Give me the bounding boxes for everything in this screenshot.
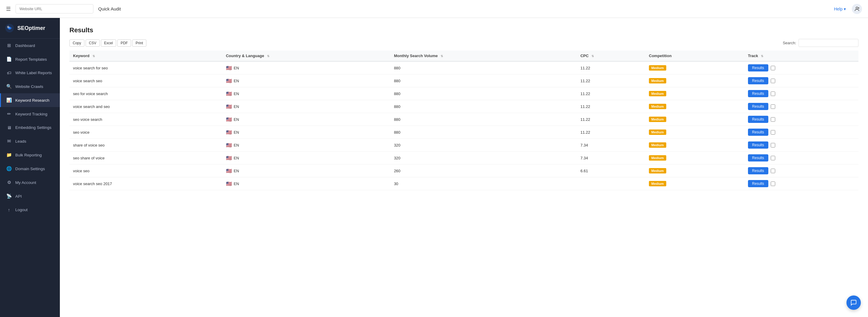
cell-competition-8: Medium [645, 165, 744, 177]
competition-badge-9: Medium [649, 181, 666, 186]
sidebar-item-bulk-reporting[interactable]: 📁 Bulk Reporting [0, 148, 60, 162]
csv-button[interactable]: CSV [86, 39, 100, 47]
cell-volume-9: 30 [390, 177, 577, 190]
flag-icon-8: 🇺🇸 [226, 168, 232, 174]
results-table: Keyword ⇅ Country & Language ⇅ Monthly S… [69, 50, 859, 190]
cell-track-2: Results [744, 87, 859, 100]
track-checkbox-4[interactable] [771, 117, 775, 122]
table-row: seo voice search 🇺🇸 EN 880 11.22 Medium … [69, 113, 859, 126]
sort-volume-icon[interactable]: ⇅ [441, 55, 443, 58]
cell-country-8: 🇺🇸 EN [222, 165, 391, 177]
sidebar-label-logout: Logout [15, 208, 28, 212]
sidebar-logo: SEOptimer [0, 18, 60, 39]
table-row: voice search for seo 🇺🇸 EN 880 11.22 Med… [69, 61, 859, 74]
cell-lang-0: EN [234, 66, 239, 70]
sort-keyword-icon[interactable]: ⇅ [92, 55, 95, 58]
results-button-0[interactable]: Results [748, 64, 768, 71]
sidebar-item-embedding-settings[interactable]: 🖥 Embedding Settings [0, 121, 60, 134]
sidebar-icon-keyword-research: 📊 [6, 98, 12, 103]
track-checkbox-0[interactable] [771, 66, 775, 70]
results-button-5[interactable]: Results [748, 129, 768, 136]
flag-icon-3: 🇺🇸 [226, 104, 232, 109]
cell-track-7: Results [744, 152, 859, 165]
track-checkbox-7[interactable] [771, 156, 775, 160]
cell-country-5: 🇺🇸 EN [222, 126, 391, 139]
search-container: Search: [783, 39, 859, 47]
sidebar-icon-white-label: 🏷 [6, 70, 12, 75]
sidebar-label-leads: Leads [15, 139, 26, 144]
track-checkbox-8[interactable] [771, 169, 775, 173]
cell-country-7: 🇺🇸 EN [222, 152, 391, 165]
url-input[interactable] [16, 4, 93, 13]
print-button[interactable]: Print [132, 39, 146, 47]
sort-track-icon[interactable]: ⇅ [761, 55, 763, 58]
sidebar-icon-dashboard: ⊞ [6, 43, 12, 48]
sidebar-item-leads[interactable]: ✉ Leads [0, 134, 60, 148]
cell-cpc-7: 7.34 [577, 152, 645, 165]
results-button-3[interactable]: Results [748, 103, 768, 110]
excel-button[interactable]: Excel [101, 39, 116, 47]
sidebar-item-keyword-tracking[interactable]: ✏ Keyword Tracking [0, 107, 60, 121]
sidebar-icon-report-templates: 📄 [6, 57, 12, 62]
user-avatar[interactable] [852, 4, 862, 14]
sidebar-item-keyword-research[interactable]: 📊 Keyword Research [0, 93, 60, 107]
help-button[interactable]: Help ▾ [834, 7, 846, 11]
cell-competition-9: Medium [645, 177, 744, 190]
cell-keyword-5: seo voice [69, 126, 222, 139]
flag-icon-1: 🇺🇸 [226, 78, 232, 84]
sidebar-item-api[interactable]: 📡 API [0, 189, 60, 203]
sidebar-item-white-label[interactable]: 🏷 White Label Reports [0, 66, 60, 79]
cell-volume-8: 260 [390, 165, 577, 177]
table-header: Keyword ⇅ Country & Language ⇅ Monthly S… [69, 50, 859, 61]
results-button-7[interactable]: Results [748, 154, 768, 162]
competition-badge-1: Medium [649, 78, 666, 83]
sidebar-item-dashboard[interactable]: ⊞ Dashboard [0, 39, 60, 52]
sort-cpc-icon[interactable]: ⇅ [591, 55, 594, 58]
search-input[interactable] [799, 39, 859, 47]
cell-track-3: Results [744, 100, 859, 113]
pdf-button[interactable]: PDF [117, 39, 131, 47]
sort-country-icon[interactable]: ⇅ [267, 55, 269, 58]
track-checkbox-2[interactable] [771, 92, 775, 96]
results-button-2[interactable]: Results [748, 90, 768, 97]
cell-track-4: Results [744, 113, 859, 126]
competition-badge-8: Medium [649, 168, 666, 173]
track-checkbox-6[interactable] [771, 143, 775, 147]
cell-volume-7: 320 [390, 152, 577, 165]
cell-track-6: Results [744, 139, 859, 152]
results-button-4[interactable]: Results [748, 116, 768, 123]
cell-competition-6: Medium [645, 139, 744, 152]
track-checkbox-9[interactable] [771, 181, 775, 186]
sidebar-item-website-crawls[interactable]: 🔍 Website Crawls [0, 79, 60, 93]
col-cpc: CPC ⇅ [577, 50, 645, 61]
top-nav: ☰ Quick Audit Help ▾ [0, 0, 868, 18]
results-button-1[interactable]: Results [748, 77, 768, 84]
track-checkbox-5[interactable] [771, 130, 775, 135]
cell-volume-6: 320 [390, 139, 577, 152]
results-button-6[interactable]: Results [748, 141, 768, 149]
sidebar: SEOptimer ⊞ Dashboard📄 Report Templates🏷… [0, 18, 60, 317]
hamburger-icon[interactable]: ☰ [6, 6, 11, 12]
cell-track-5: Results [744, 126, 859, 139]
nav-left: ☰ Quick Audit [6, 4, 121, 13]
cell-track-9: Results [744, 177, 859, 190]
track-checkbox-3[interactable] [771, 104, 775, 109]
col-volume: Monthly Search Volume ⇅ [390, 50, 577, 61]
copy-button[interactable]: Copy [69, 39, 84, 47]
export-buttons: Copy CSV Excel PDF Print [69, 39, 146, 47]
results-button-9[interactable]: Results [748, 180, 768, 187]
sidebar-label-keyword-tracking: Keyword Tracking [15, 112, 47, 116]
chat-bubble[interactable] [846, 295, 861, 310]
sidebar-icon-embedding-settings: 🖥 [6, 125, 12, 130]
cell-competition-0: Medium [645, 61, 744, 74]
sidebar-item-my-account[interactable]: ⚙ My Account [0, 176, 60, 189]
results-button-8[interactable]: Results [748, 167, 768, 174]
sidebar-item-domain-settings[interactable]: 🌐 Domain Settings [0, 162, 60, 176]
track-checkbox-1[interactable] [771, 79, 775, 83]
sidebar-label-my-account: My Account [15, 180, 36, 185]
sidebar-item-logout[interactable]: ↑ Logout [0, 203, 60, 216]
sidebar-item-report-templates[interactable]: 📄 Report Templates [0, 52, 60, 66]
logo-text: SEOptimer [18, 25, 45, 31]
cell-volume-3: 880 [390, 100, 577, 113]
cell-cpc-5: 11.22 [577, 126, 645, 139]
